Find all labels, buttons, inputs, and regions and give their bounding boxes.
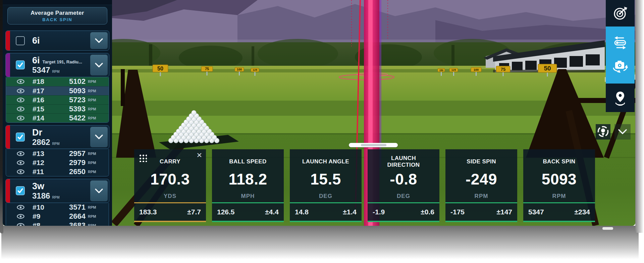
metric-tiles-row: ✕ CARRY 170.3 YDS 183.3 ±7.7 ✕ BALL SPEE…: [134, 149, 595, 222]
shot-value: 5422: [60, 114, 86, 122]
svg-text:75: 75: [205, 67, 209, 71]
shot-row[interactable]: #14 5422 RPM: [6, 113, 109, 122]
metric-tile[interactable]: ✕ LAUNCH ANGLE 15.5 DEG 14.8 ±1.4: [290, 149, 362, 222]
expand-collapse-button[interactable]: [90, 32, 108, 49]
toolbar-segment-bottom: [606, 84, 635, 112]
expand-collapse-button[interactable]: [90, 55, 108, 75]
session-average: 5347: [528, 208, 544, 216]
shot-row[interactable]: #17 5093 RPM: [6, 86, 109, 95]
shot-value: 2664: [60, 212, 86, 221]
club-average-line: 3186 RPM: [32, 192, 89, 200]
club-avg-value: 2862: [32, 138, 50, 146]
club-name: 6i: [32, 56, 40, 65]
visibility-eye-icon[interactable]: [17, 223, 24, 226]
club-group-header[interactable]: 6i Target 191, Radiu... 5347 RPM: [5, 53, 109, 77]
camera-slider-handle[interactable]: [361, 144, 386, 146]
metric-unit: DEG: [290, 193, 362, 200]
metric-title: CARRY: [145, 154, 195, 169]
visibility-eye-icon[interactable]: [17, 169, 24, 174]
visibility-eye-icon[interactable]: [17, 214, 24, 219]
club-group: 6i: [5, 31, 109, 51]
shot-row[interactable]: #13 2957 RPM: [6, 149, 109, 158]
golf-simulator-app: 50751001251501251007550 Average Paramete…: [3, 0, 635, 226]
club-checkbox[interactable]: [16, 133, 25, 142]
expand-collapse-button[interactable]: [90, 180, 108, 201]
camera-slider[interactable]: [349, 143, 398, 147]
collapse-panel-button[interactable]: [614, 124, 631, 140]
svg-text:100: 100: [237, 68, 242, 71]
club-name: Dr: [32, 128, 42, 137]
club-group: Dr 2862 RPM #13 2957 RPM #12 29: [5, 125, 109, 177]
tracer-slider-icon[interactable]: [612, 35, 628, 51]
metric-tile[interactable]: ✕ CARRY 170.3 YDS 183.3 ±7.7: [134, 149, 206, 222]
shot-id: #12: [33, 159, 53, 167]
shot-value: 5723: [60, 96, 86, 104]
shot-unit: RPM: [88, 223, 101, 226]
visibility-eye-icon[interactable]: [17, 107, 24, 111]
session-average: 126.5: [217, 208, 235, 216]
shot-row[interactable]: #16 5723 RPM: [6, 95, 109, 104]
club-avg-unit: RPM: [52, 70, 59, 74]
visibility-eye-icon[interactable]: [17, 89, 24, 93]
visibility-eye-icon[interactable]: [17, 98, 24, 102]
bezel-right: [635, 0, 644, 233]
svg-text:150: 150: [439, 69, 443, 71]
metric-tile[interactable]: ✕ SIDE SPIN -249 RPM -175 ±147: [445, 149, 517, 222]
club-checkbox[interactable]: [16, 186, 25, 195]
club-info: Dr 2862 RPM: [25, 125, 89, 149]
shot-row[interactable]: #12 2979 RPM: [6, 158, 109, 167]
mockup-shadow: [1, 226, 639, 263]
pin-location-icon[interactable]: [612, 90, 628, 106]
close-icon[interactable]: ✕: [196, 152, 202, 159]
session-average: 183.3: [139, 208, 157, 216]
shot-value: 5093: [60, 87, 86, 95]
club-checkbox[interactable]: [16, 60, 25, 69]
metric-title: SIDE SPIN: [456, 154, 506, 169]
club-group-header[interactable]: 3w 3186 RPM: [5, 179, 109, 203]
metric-tile[interactable]: ✕ LAUNCH DIRECTION -0.8 DEG -1.9 ±0.6: [368, 149, 439, 222]
drag-handle-icon[interactable]: [139, 154, 147, 162]
expand-collapse-button[interactable]: [90, 127, 108, 148]
shot-unit: RPM: [88, 214, 101, 218]
session-deviation: ±1.4: [343, 208, 357, 216]
club-checkbox[interactable]: [16, 36, 25, 45]
club-group-header[interactable]: 6i: [5, 31, 109, 51]
toolbar-segment-top: [606, 0, 635, 27]
club-group-header[interactable]: Dr 2862 RPM: [5, 125, 109, 149]
shot-value: 3571: [60, 203, 86, 212]
camera-rotate-icon[interactable]: [612, 58, 629, 75]
svg-text:50: 50: [544, 65, 551, 72]
ball-tracking-button[interactable]: [596, 124, 610, 140]
metric-tile[interactable]: ✕ BACK SPIN 5093 RPM 5347 ±234: [523, 149, 595, 222]
screenshot-page: 50751001251501251007550 Average Paramete…: [0, 0, 644, 263]
metric-tile[interactable]: ✕ BALL SPEED 118.2 MPH 126.5 ±4.4: [212, 149, 284, 222]
visibility-eye-icon[interactable]: [17, 116, 24, 120]
average-parameter-button[interactable]: Average Parameter BACK SPIN: [7, 7, 107, 24]
shot-rows: #13 2957 RPM #12 2979 RPM #11 2650 RPM: [6, 149, 109, 176]
metric-value: -0.8: [368, 170, 439, 188]
target-dart-icon[interactable]: [612, 6, 628, 21]
visibility-eye-icon[interactable]: [17, 79, 24, 84]
metric-session-stats: 183.3 ±7.7: [134, 202, 206, 221]
check-icon: [17, 187, 24, 194]
shot-row[interactable]: #11 2650 RPM: [6, 167, 109, 176]
session-deviation: ±147: [496, 208, 512, 216]
shot-id: #18: [33, 77, 53, 86]
shot-row[interactable]: #15 5393 RPM: [6, 104, 109, 113]
svg-text:125: 125: [451, 68, 456, 71]
chevron-down-icon: [95, 62, 103, 68]
shot-row[interactable]: #8 3683 RPM: [6, 221, 109, 226]
visibility-eye-icon[interactable]: [17, 160, 24, 165]
shot-id: #16: [33, 96, 53, 104]
club-average-line: 2862 RPM: [32, 138, 89, 146]
shot-row[interactable]: #9 2664 RPM: [6, 212, 109, 221]
visibility-eye-icon[interactable]: [17, 205, 24, 210]
shot-value: 2979: [60, 158, 86, 167]
shot-row[interactable]: #18 5102 RPM: [6, 77, 109, 86]
chevron-down-icon: [95, 38, 103, 43]
shot-row[interactable]: #10 3571 RPM: [6, 203, 109, 212]
metric-value: -249: [445, 170, 517, 188]
metric-value: 170.3: [134, 170, 206, 188]
visibility-eye-icon[interactable]: [17, 151, 24, 156]
metric-value: 15.5: [290, 170, 362, 188]
